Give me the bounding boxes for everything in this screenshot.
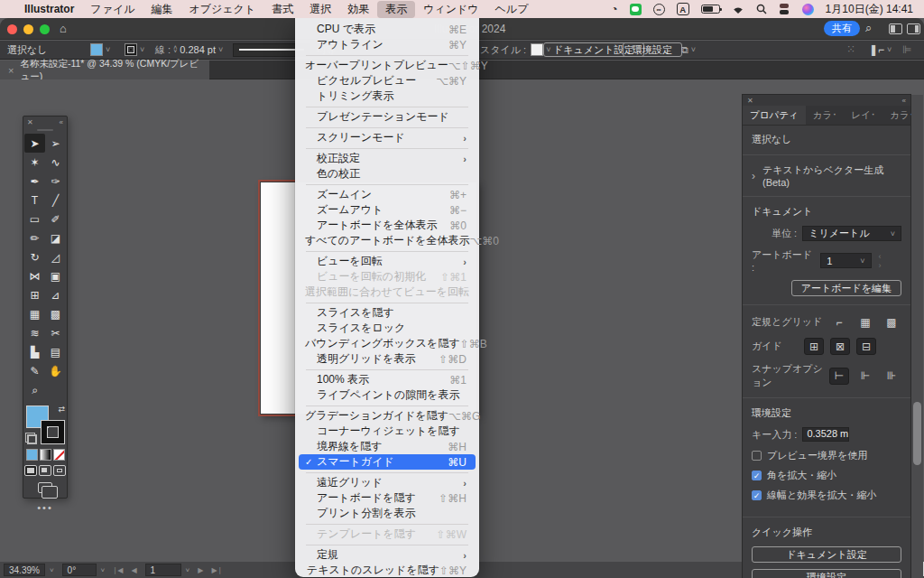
menu-item-バウンディングボックスを隠す[interactable]: バウンディングボックスを隠す⇧⌘B: [299, 336, 476, 351]
menu-item-アウトライン[interactable]: アウトライン⌘Y: [299, 37, 476, 52]
stroke-width-control[interactable]: 線 : ˄˅ 0.284 pt ˅: [155, 41, 223, 59]
panel-tab-カラ･[interactable]: カラ･: [806, 106, 845, 125]
chevron-down-icon[interactable]: ˅: [45, 566, 59, 574]
width-tool[interactable]: ⋈: [24, 266, 45, 285]
stroke-swatch[interactable]: [125, 43, 137, 56]
menu-item-境界線を隠す[interactable]: 境界線を隠す⌘H: [299, 439, 476, 454]
arrange-documents-icon[interactable]: ❚⌐˅: [869, 41, 892, 59]
type-tool[interactable]: T: [24, 191, 45, 210]
input-source-icon[interactable]: A: [677, 3, 689, 15]
perspective-grid-tool[interactable]: ⊿: [45, 285, 66, 304]
panel-layout-icon[interactable]: [907, 23, 920, 34]
quick-action-ドキュメント設定[interactable]: ドキュメント設定: [752, 546, 901, 563]
menu-item-スライスをロック[interactable]: スライスをロック: [299, 321, 476, 336]
checkbox-icon[interactable]: ✓: [752, 471, 762, 480]
panel-collapse-icon[interactable]: «: [60, 118, 63, 126]
stroke-width-value[interactable]: 0.284 pt: [180, 44, 216, 55]
panel-close-icon[interactable]: ✕: [747, 97, 753, 105]
color-mode-button[interactable]: [26, 449, 38, 461]
artboard-nav-field[interactable]: 1: [145, 564, 181, 576]
checkbox-角を拡大・縮小[interactable]: ✓角を拡大・縮小: [752, 469, 901, 482]
rotation-field[interactable]: 0°: [62, 564, 97, 576]
controller-menu-icon[interactable]: ◔: [611, 3, 617, 15]
fill-color-swatch[interactable]: ˅: [90, 41, 110, 59]
stroke-proxy[interactable]: [42, 421, 64, 443]
menu-item-スクリーンモード[interactable]: スクリーンモード›: [299, 130, 476, 145]
snap-to-point-icon[interactable]: ⊢: [829, 368, 849, 385]
panel-grip[interactable]: [37, 129, 53, 131]
artboard-tool[interactable]: ▤: [45, 342, 66, 361]
draw-normal-icon[interactable]: [24, 465, 37, 476]
preferences-button[interactable]: 環境設定: [623, 41, 682, 59]
menu-item-ズームアウト[interactable]: ズームアウト⌘−: [299, 202, 476, 218]
menubar-item-選択[interactable]: 選択: [301, 1, 339, 18]
selection-tool[interactable]: ➤: [24, 134, 45, 153]
menu-item-トリミング表示[interactable]: トリミング表示: [299, 89, 476, 104]
menu-item-ライブペイントの隙間を表示[interactable]: ライブペイントの隙間を表示: [299, 387, 476, 403]
menu-item-遠近グリッド[interactable]: 遠近グリッド›: [299, 475, 476, 490]
change-screen-mode-icon[interactable]: [38, 482, 52, 493]
menu-item-アートボードを隠す[interactable]: アートボードを隠す⇧⌘H: [299, 490, 476, 506]
document-tab[interactable]: × 名称未設定-11* @ 34.39 % (CMYK/プレビュー): [0, 61, 209, 79]
snap-to-grid-icon[interactable]: ⊩: [855, 368, 875, 385]
menu-item-ビューを回転[interactable]: ビューを回転›: [299, 254, 476, 269]
menubar-item-ファイル[interactable]: ファイル: [82, 1, 143, 18]
menu-item-プレゼンテーションモード[interactable]: プレゼンテーションモード: [299, 109, 476, 125]
hand-tool[interactable]: ✋: [45, 361, 66, 380]
stepper-icon[interactable]: ˄˅: [173, 46, 177, 54]
creative-cloud-icon[interactable]: ∞: [653, 4, 665, 15]
close-tab-icon[interactable]: ×: [8, 65, 14, 76]
menu-item-定規[interactable]: 定規›: [299, 547, 476, 563]
home-icon[interactable]: ⌂: [60, 22, 67, 35]
fill-swatch[interactable]: [90, 43, 103, 56]
window-zoom-button[interactable]: [40, 24, 50, 34]
rectangle-tool[interactable]: ▭: [24, 210, 45, 228]
list-view-icon[interactable]: ⊫: [902, 41, 911, 59]
menu-item-ズームイン[interactable]: ズームイン⌘+: [299, 187, 476, 202]
draw-behind-icon[interactable]: [39, 465, 51, 476]
menu-item-透明グリッドを表示[interactable]: 透明グリッドを表示⇧⌘D: [299, 351, 476, 367]
lock-guides-icon[interactable]: ⊠: [830, 338, 850, 355]
last-artboard-icon[interactable]: ▶∣: [208, 566, 226, 574]
menubar-item-Illustrator[interactable]: Illustrator: [16, 2, 82, 16]
panel-tab-レイ･[interactable]: レイ･: [844, 106, 882, 125]
paintbrush-tool[interactable]: ✐: [45, 210, 66, 228]
menu-item-オーバープリントプレビュー[interactable]: オーバープリントプレビュー⌥⇧⌘Y: [299, 58, 476, 73]
line-segment-tool[interactable]: ╱: [45, 191, 66, 210]
panel-scrollbar[interactable]: [911, 95, 923, 578]
draw-inside-icon[interactable]: [53, 465, 66, 476]
menu-item-テキストのスレッドを隠す[interactable]: テキストのスレッドを隠す⇧⌘Y: [299, 563, 476, 578]
grid-icon[interactable]: ▦: [855, 313, 875, 331]
prev-artboard-icon[interactable]: ◀: [127, 566, 141, 574]
stage-manager-icon[interactable]: [779, 4, 790, 14]
menu-item-グラデーションガイドを隠す[interactable]: グラデーションガイドを隠す⌥⌘G: [299, 408, 476, 424]
align-grid-icon[interactable]: ⁙: [846, 41, 855, 59]
pencil-tool[interactable]: ✏: [24, 228, 45, 247]
unit-select[interactable]: ミリメートル˅: [802, 226, 901, 241]
menu-item-すべてのアートボードを全体表示[interactable]: すべてのアートボードを全体表示⌥⌘0: [299, 233, 476, 248]
symbol-sprayer-tool[interactable]: ≋: [24, 323, 45, 342]
edit-toolbar-icon[interactable]: •••: [23, 502, 67, 513]
transparency-grid-icon[interactable]: ▩: [882, 313, 901, 331]
shape-builder-tool[interactable]: ⊞: [24, 285, 45, 304]
line-app-icon[interactable]: [630, 4, 642, 15]
workspace-layout-icon[interactable]: [889, 23, 902, 34]
stroke-color-swatch[interactable]: ˅: [125, 41, 144, 59]
graph-tool[interactable]: ▙: [24, 342, 45, 361]
chevron-down-icon[interactable]: ˅: [140, 45, 144, 54]
spotlight-search-icon[interactable]: [756, 4, 767, 14]
menubar-item-ヘルプ[interactable]: ヘルプ: [487, 1, 537, 18]
scrollbar-thumb[interactable]: [913, 402, 921, 465]
generative-vector-row[interactable]: › テキストからベクター生成 (Beta): [752, 163, 901, 188]
slice-tool[interactable]: ✂: [45, 323, 66, 342]
zoom-tool[interactable]: ⌕: [24, 380, 45, 399]
first-artboard-icon[interactable]: ∣◀: [109, 566, 127, 574]
menubar-item-オブジェクト[interactable]: オブジェクト: [180, 1, 263, 18]
window-close-button[interactable]: [7, 24, 17, 34]
none-mode-button[interactable]: [53, 449, 65, 461]
menu-item-ピクセルプレビュー[interactable]: ピクセルプレビュー⌥⌘Y: [299, 73, 476, 89]
panel-tab-プロパティ[interactable]: プロパティ: [743, 106, 806, 125]
keyboard-increment-input[interactable]: 0.3528 mm: [802, 427, 849, 442]
menu-item-100% 表示[interactable]: 100% 表示⌘1: [299, 372, 476, 387]
share-button[interactable]: 共有: [824, 21, 860, 36]
